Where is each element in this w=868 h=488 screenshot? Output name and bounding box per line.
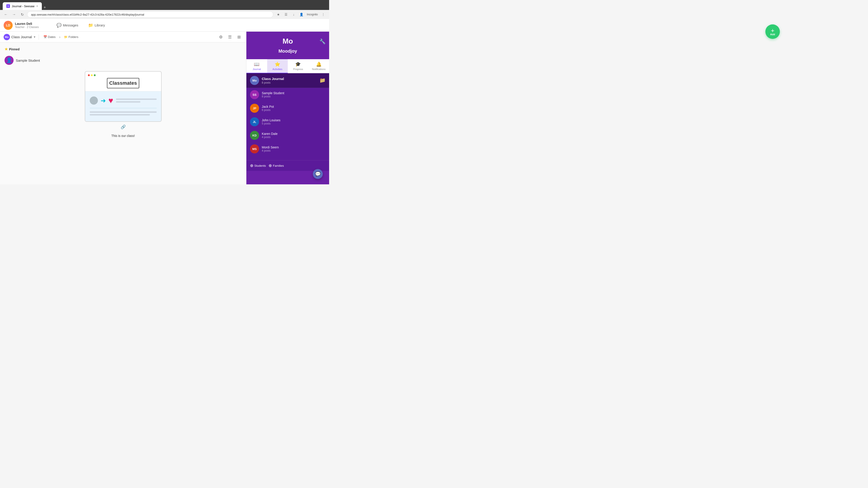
sample-student-name: Sample Student [16, 59, 40, 62]
student-item-3[interactable]: KD Karen Dale 4 posts [246, 129, 329, 142]
person-icon [90, 96, 98, 105]
tab-favicon: S [6, 4, 10, 8]
library-label: Library [94, 23, 105, 27]
folders-button[interactable]: 📁 Folders [62, 34, 80, 39]
new-tab-button[interactable]: + [42, 5, 48, 10]
post-area: Classmates ➜ ♥ [4, 71, 242, 139]
card-line-1 [116, 98, 157, 100]
student-posts-3: 4 posts [262, 135, 278, 139]
sidebar-header: Mo 🔧 Moodjoy [246, 32, 329, 59]
families-button[interactable]: ⊕ Families [269, 163, 284, 168]
refresh-button[interactable]: ↻ [19, 11, 25, 18]
menu-button[interactable]: ⋮ [320, 11, 327, 18]
user-role: Teacher · 2 Classes [15, 26, 39, 29]
post-card-header: Classmates [85, 72, 161, 91]
post-card-body: ➜ ♥ [85, 91, 161, 121]
grid-view-button[interactable]: ⊞ [235, 33, 243, 41]
address-bar[interactable]: app.seesaw.me/#/class/class.e01bf4c2-9a2… [27, 11, 273, 18]
right-sidebar: Mo 🔧 Moodjoy 📖 Journal ⭐ Activities 🎓 Pr… [246, 32, 329, 184]
chat-bubble-button[interactable]: 💬 [313, 169, 323, 179]
forward-button[interactable]: → [11, 11, 17, 18]
student-name-4: Mordi Seem [262, 145, 279, 149]
class-selector[interactable]: Mo Class Journal ▼ [4, 34, 36, 40]
student-item-1[interactable]: JP Jack Pot 6 posts [246, 101, 329, 115]
url-text: app.seesaw.me/#/class/class.e01bf4c2-9a2… [31, 13, 144, 16]
pinned-header: ★ Pinned [4, 47, 242, 51]
user-avatar: LD [4, 21, 13, 30]
student-item-0[interactable]: SS Sample Student 8 posts [246, 88, 329, 101]
class-journal-avatar: Mo [250, 76, 259, 85]
dot-red [88, 74, 90, 76]
student-info-2: John Louises 5 posts [262, 119, 281, 125]
student-item-4[interactable]: MS Mordi Seem 4 posts [246, 142, 329, 156]
messages-label: Messages [63, 23, 78, 27]
notifications-nav-icon: 🔔 [316, 61, 322, 67]
back-button[interactable]: ← [3, 11, 9, 18]
student-item-2[interactable]: JL John Louises 5 posts [246, 115, 329, 129]
pinned-section: ★ Pinned 👤 Sample Student [4, 47, 242, 67]
folder-icon: 📁 [64, 35, 68, 39]
filter-button[interactable]: ⚙ [217, 33, 224, 41]
extensions-button[interactable]: ☰ [283, 11, 289, 18]
chat-bubble-container: 💬 [246, 171, 329, 184]
heart-icon: ♥ [108, 96, 113, 105]
card-line-3 [90, 111, 157, 113]
arrow-right-icon: ➜ [101, 97, 106, 104]
class-journal-item[interactable]: Mo Class Journal 8 posts 📁 [246, 73, 329, 88]
bookmark-button[interactable]: ★ [275, 11, 281, 18]
sidebar-mo-label: Mo [283, 37, 293, 45]
messages-nav-item[interactable]: 💬 Messages [54, 22, 81, 29]
student-avatar-0: SS [250, 90, 259, 99]
card-bottom-lines [90, 108, 157, 116]
class-toolbar: Mo Class Journal ▼ 📅 Dates › 📁 Folders ⚙… [0, 32, 246, 42]
student-avatar-4: MS [250, 144, 259, 153]
sample-student-avatar: 👤 [4, 56, 13, 65]
student-name-0: Sample Student [262, 91, 284, 95]
calendar-icon: 📅 [43, 35, 47, 39]
link-icon[interactable]: 🔗 [121, 125, 126, 129]
dot-green [94, 74, 96, 76]
top-nav: LD Lauren Deli Teacher · 2 Classes 💬 Mes… [0, 19, 329, 32]
download-button[interactable]: ↓ [290, 11, 297, 18]
journal-nav-icon: 📖 [254, 61, 259, 67]
star-icon: ★ [4, 47, 8, 51]
student-name-1: Jack Pot [262, 105, 274, 108]
browser-tab[interactable]: S Journal - Seesaw × [3, 2, 42, 10]
library-nav-item[interactable]: 📁 Library [86, 22, 107, 29]
student-info-0: Sample Student 8 posts [262, 91, 284, 98]
post-description: This is our class! [111, 132, 135, 139]
student-posts-2: 5 posts [262, 122, 281, 125]
class-name: Class Journal [11, 35, 32, 39]
profile-button[interactable]: 👤 [298, 11, 305, 18]
content-area[interactable]: ★ Pinned 👤 Sample Student [0, 42, 246, 184]
sidebar-nav-activities[interactable]: ⭐ Activities [267, 59, 288, 73]
activities-nav-label: Activities [273, 68, 282, 70]
student-posts-4: 4 posts [262, 149, 279, 152]
pinned-label: Pinned [9, 47, 20, 51]
library-icon: 📁 [88, 23, 93, 28]
dot-yellow [91, 74, 93, 76]
sidebar-nav: 📖 Journal ⭐ Activities 🎓 Progress 🔔 Noti… [246, 59, 329, 73]
students-button[interactable]: ⊕ Students [250, 163, 266, 168]
user-name: Lauren Deli [15, 22, 39, 26]
student-info-4: Mordi Seem 4 posts [262, 145, 279, 152]
sidebar-content[interactable]: Mo Class Journal 8 posts 📁 SS Sample Stu… [246, 73, 329, 160]
main-layout: Mo Class Journal ▼ 📅 Dates › 📁 Folders ⚙… [0, 32, 329, 184]
user-details: Lauren Deli Teacher · 2 Classes [15, 22, 39, 29]
wrench-icon[interactable]: 🔧 [319, 39, 326, 44]
browser-chrome: S Journal - Seesaw × + ← → ↻ app.seesaw.… [0, 0, 329, 19]
sidebar-nav-journal[interactable]: 📖 Journal [246, 59, 267, 73]
student-avatar-2: JL [250, 117, 259, 126]
folder-icon: 📁 [319, 77, 326, 84]
sidebar-nav-notifications[interactable]: 🔔 Notifications [309, 59, 329, 73]
list-view-button[interactable]: ☰ [226, 33, 234, 41]
messages-icon: 💬 [57, 23, 61, 28]
sample-student-item[interactable]: 👤 Sample Student [4, 54, 242, 67]
dates-button[interactable]: 📅 Dates [41, 34, 57, 39]
activities-nav-icon: ⭐ [275, 61, 280, 67]
sidebar-nav-progress[interactable]: 🎓 Progress [288, 59, 309, 73]
chevron-down-icon: ▼ [33, 35, 36, 39]
journal-nav-label: Journal [253, 68, 261, 70]
tab-close-button[interactable]: × [36, 4, 38, 8]
student-name-3: Karen Dale [262, 132, 278, 135]
